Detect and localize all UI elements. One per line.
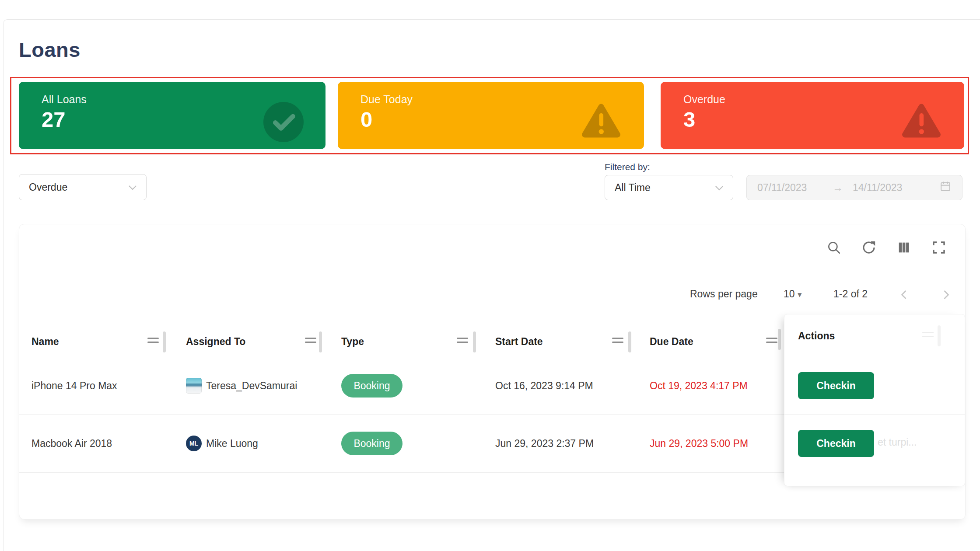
fullscreen-icon[interactable] [931,240,946,255]
rows-per-page-label: Rows per page [690,288,758,300]
cell-due-date: Oct 19, 2023 4:17 PM [650,357,748,414]
card-label: Due Today [360,93,413,106]
arrow-right-icon: → [833,181,853,194]
filtered-by-label: Filtered by: [605,162,650,172]
cell-type: Booking [341,357,402,414]
drag-handle-icon[interactable] [147,338,159,345]
column-header-start-date[interactable]: Start Date [495,326,543,357]
drag-handle-icon[interactable] [457,338,468,345]
column-header-assigned-to[interactable]: Assigned To [186,326,245,357]
checkin-button[interactable]: Checkin [798,372,874,399]
checkin-button[interactable]: Checkin [798,430,874,457]
column-separator [938,325,941,346]
chevron-left-icon[interactable] [900,290,909,300]
rows-per-page-select[interactable]: 10 ▾ [784,288,802,300]
avatar [186,357,202,414]
chevron-right-icon[interactable] [941,290,951,300]
date-range-start: 07/11/2023 [757,182,833,194]
cell-due-date: Jun 29, 2023 5:00 PM [650,415,748,472]
drag-handle-icon[interactable] [305,338,316,345]
card-due-today[interactable]: Due Today 0 [338,82,644,149]
column-header-actions: Actions [798,314,835,357]
pagination-range: 1-2 of 2 [833,288,868,300]
cell-type: Booking [341,415,402,472]
column-separator[interactable] [319,331,322,352]
time-filter-select[interactable]: All Time [605,175,733,200]
column-header-due-date[interactable]: Due Date [650,326,693,357]
card-all-loans[interactable]: All Loans 27 [19,82,326,149]
card-label: Overdue [683,93,725,106]
column-separator[interactable] [163,331,166,352]
actions-row: et turpi... Checkin [784,415,965,473]
caret-down-icon: ▾ [798,290,802,299]
column-separator[interactable] [778,329,781,350]
page-title: Loans [19,38,80,62]
date-range-end: 14/11/2023 [853,182,939,194]
actions-header: Actions [784,314,965,357]
card-value: 0 [360,107,372,132]
type-badge: Booking [341,374,402,398]
drag-handle-icon[interactable] [766,338,777,345]
avatar: ML [186,415,202,472]
cell-start-date: Jun 29, 2023 2:37 PM [495,415,594,472]
check-circle-icon [263,102,304,144]
cell-assigned-to: Teresa_DevSamurai [206,357,297,414]
avatar-initials: ML [186,436,202,451]
time-filter-value: All Time [615,182,651,194]
date-range-picker[interactable]: 07/11/2023 → 14/11/2023 [746,175,962,200]
column-header-type[interactable]: Type [341,326,364,357]
cell-name: iPhone 14 Pro Max [32,357,117,414]
status-filter-value: Overdue [29,181,67,193]
drag-handle-icon[interactable] [612,338,623,345]
type-badge: Booking [341,432,402,455]
warning-triangle-icon [900,102,942,142]
column-separator[interactable] [628,331,631,352]
search-icon[interactable] [826,240,841,255]
card-overdue[interactable]: Overdue 3 [661,82,964,149]
cell-start-date: Oct 16, 2023 9:14 PM [495,357,593,414]
card-value: 27 [42,107,66,132]
card-value: 3 [683,107,695,132]
column-separator[interactable] [473,331,476,352]
columns-icon[interactable] [896,240,911,255]
refresh-icon[interactable] [861,240,876,255]
card-label: All Loans [42,93,87,106]
warning-triangle-icon [580,102,622,142]
status-filter-select[interactable]: Overdue [19,174,147,200]
cell-name: Macbook Air 2018 [32,415,112,472]
calendar-icon [939,180,952,195]
loans-page: Loans All Loans 27 Due Today 0 Overdue 3 [0,0,980,551]
cell-assigned-to: Mike Luong [206,415,258,472]
actions-sticky-column: Actions Checkin et turpi... Checkin [784,314,965,486]
chevron-down-icon [129,181,136,193]
chevron-down-icon [715,182,723,194]
overflow-ghost-text: et turpi... [878,436,917,448]
drag-handle-icon[interactable] [922,332,934,340]
column-header-name[interactable]: Name [32,326,59,357]
actions-row: Checkin [784,357,965,415]
